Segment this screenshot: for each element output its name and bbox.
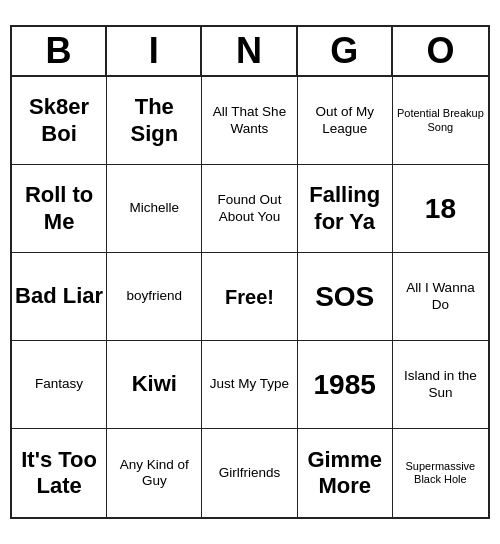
bingo-cell: Potential Breakup Song xyxy=(393,77,488,165)
bingo-cell: boyfriend xyxy=(107,253,202,341)
bingo-cell: Any Kind of Guy xyxy=(107,429,202,517)
bingo-cell: Roll to Me xyxy=(12,165,107,253)
bingo-header: BINGO xyxy=(12,27,488,77)
bingo-cell: Kiwi xyxy=(107,341,202,429)
bingo-cell: Sk8er Boi xyxy=(12,77,107,165)
bingo-card: BINGO Sk8er BoiThe SignAll That She Want… xyxy=(10,25,490,519)
header-letter: O xyxy=(393,27,488,75)
bingo-cell: It's Too Late xyxy=(12,429,107,517)
bingo-cell: Found Out About You xyxy=(202,165,297,253)
bingo-cell: Michelle xyxy=(107,165,202,253)
bingo-cell: Bad Liar xyxy=(12,253,107,341)
bingo-cell: Gimme More xyxy=(298,429,393,517)
bingo-cell: Girlfriends xyxy=(202,429,297,517)
bingo-cell: The Sign xyxy=(107,77,202,165)
header-letter: B xyxy=(12,27,107,75)
bingo-cell: Just My Type xyxy=(202,341,297,429)
bingo-cell: Fantasy xyxy=(12,341,107,429)
bingo-cell: Island in the Sun xyxy=(393,341,488,429)
header-letter: G xyxy=(298,27,393,75)
bingo-cell: Supermassive Black Hole xyxy=(393,429,488,517)
bingo-cell: Falling for Ya xyxy=(298,165,393,253)
header-letter: N xyxy=(202,27,297,75)
bingo-cell: Out of My League xyxy=(298,77,393,165)
bingo-cell: SOS xyxy=(298,253,393,341)
bingo-cell: 1985 xyxy=(298,341,393,429)
bingo-cell: All I Wanna Do xyxy=(393,253,488,341)
bingo-cell: Free! xyxy=(202,253,297,341)
bingo-grid: Sk8er BoiThe SignAll That She WantsOut o… xyxy=(12,77,488,517)
bingo-cell: 18 xyxy=(393,165,488,253)
header-letter: I xyxy=(107,27,202,75)
bingo-cell: All That She Wants xyxy=(202,77,297,165)
